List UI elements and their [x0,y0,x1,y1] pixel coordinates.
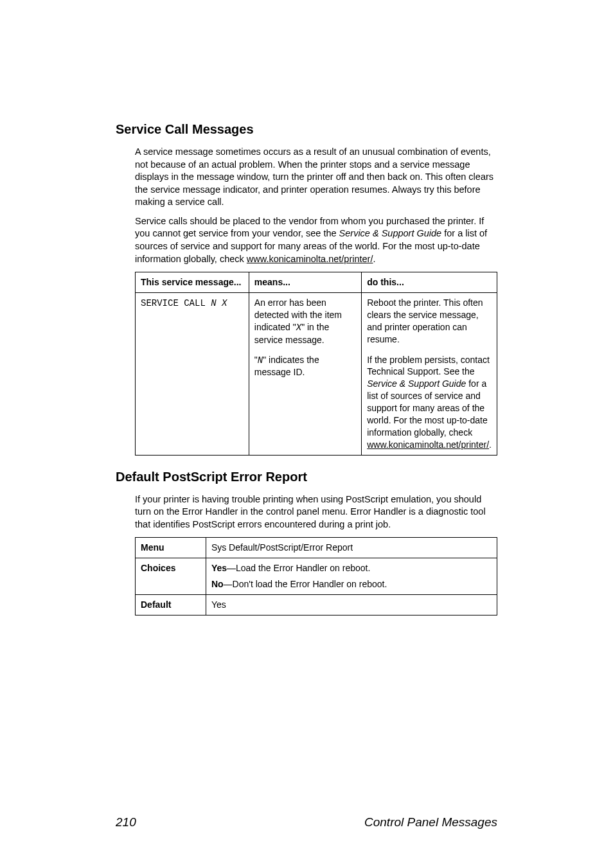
choice-yes-text: —Load the Error Handler on reboot. [227,563,370,573]
p2-link[interactable]: www.konicaminolta.net/printer/ [247,254,373,264]
do2-c: . [489,439,492,450]
svc-cell-empty [136,350,249,456]
do2-a: If the problem persists, contact Technic… [367,355,490,377]
p2-italic: Service & Support Guide [339,228,442,238]
do2-link[interactable]: www.konicaminolta.net/printer/ [367,439,489,450]
svc-cell-do-2: If the problem persists, contact Technic… [362,350,497,456]
menu-value-default: Yes [206,595,497,616]
menu-label-choices: Choices [136,558,206,595]
choice-yes-label: Yes [211,563,227,573]
p2-text-c: . [373,254,375,264]
svc-cell-code: SERVICE CALL N X [136,292,249,350]
means2-n: N [258,355,263,366]
means-x: X [296,323,301,333]
table-row: This service message... means... do this… [136,272,497,293]
footer-title: Control Panel Messages [364,815,497,829]
ps-paragraph-1: If your printer is having trouble printi… [135,493,497,531]
table-row: Default Yes [136,595,497,616]
section-title-service: Service Call Messages [116,122,497,137]
menu-label-default: Default [136,595,206,616]
svc-code-vars: N X [211,298,227,308]
svc-header-3: do this... [362,272,497,293]
page-footer: 210 Control Panel Messages [116,815,497,829]
do2-italic: Service & Support Guide [367,378,466,389]
svc-code-text: SERVICE CALL [141,298,211,308]
table-row: Menu Sys Default/PostScript/Error Report [136,538,497,558]
menu-table: Menu Sys Default/PostScript/Error Report… [135,537,497,616]
svc-cell-do-1: Reboot the printer. This often clears th… [362,292,497,350]
menu-label-menu: Menu [136,538,206,558]
service-table: This service message... means... do this… [135,272,497,456]
menu-label-menu-text: Menu [141,542,164,553]
menu-value-choices: Yes—Load the Error Handler on reboot. No… [206,558,497,595]
service-paragraph-1: A service message sometimes occurs as a … [135,146,497,209]
means2-b: " indicates the message ID. [254,355,319,378]
section-title-default-ps: Default PostScript Error Report [116,470,497,484]
table-row: "N" indicates the message ID. If the pro… [136,350,497,456]
menu-label-default-text: Default [141,599,171,610]
svc-cell-means-1: An error has been detected with the item… [249,292,361,350]
svc-header-1: This service message... [136,272,249,293]
table-row: SERVICE CALL N X An error has been detec… [136,292,497,350]
choice-no-text: —Don't load the Error Handler on reboot. [224,579,387,589]
choice-no-label: No [211,579,224,589]
menu-value-menu: Sys Default/PostScript/Error Report [206,538,497,558]
page-number: 210 [116,815,136,829]
service-paragraph-2: Service calls should be placed to the ve… [135,215,497,265]
menu-label-choices-text: Choices [141,563,175,573]
svc-cell-means-2: "N" indicates the message ID. [249,350,361,456]
svc-header-2: means... [249,272,361,293]
table-row: Choices Yes—Load the Error Handler on re… [136,558,497,595]
